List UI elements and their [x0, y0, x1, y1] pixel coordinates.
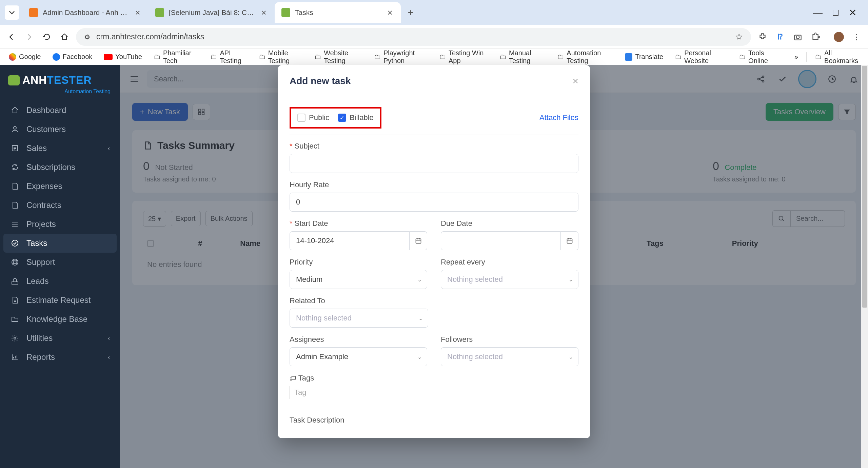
related-label: Related To — [290, 296, 578, 305]
bookmark-playwright[interactable]: 🗀Playwright Python — [371, 47, 431, 67]
bookmark-translate[interactable]: Translate — [622, 51, 667, 63]
due-date-label: Due Date — [441, 219, 578, 228]
camera-icon[interactable] — [792, 31, 804, 43]
start-date-calendar-button[interactable] — [410, 231, 427, 250]
followers-label: Followers — [441, 335, 578, 344]
sidebar-item-label: Contracts — [26, 200, 61, 210]
chevron-down-icon: ⌄ — [418, 315, 423, 321]
sidebar-item-contracts[interactable]: Contracts — [0, 196, 120, 215]
bars-icon — [10, 219, 20, 229]
folder-icon: 🗀 — [739, 53, 746, 61]
sidebar-item-knowledge-base[interactable]: Knowledge Base — [0, 310, 120, 329]
chevron-left-icon: ‹ — [108, 354, 110, 361]
add-task-modal: Add new task × Public ✓Billable Attach F… — [278, 65, 590, 438]
close-tab-icon[interactable]: × — [260, 8, 268, 17]
all-bookmarks[interactable]: 🗀All Bookmarks — [811, 47, 863, 67]
sidebar-item-subscriptions[interactable]: Subscriptions — [0, 158, 120, 177]
extensions-icon[interactable] — [756, 31, 769, 43]
home-button[interactable] — [58, 31, 71, 43]
billable-checkbox[interactable]: ✓Billable — [338, 113, 374, 122]
sidebar-item-label: Dashboard — [26, 105, 66, 115]
bookmark-youtube[interactable]: YouTube — [100, 51, 145, 63]
sidebar-item-dashboard[interactable]: Dashboard — [0, 101, 120, 120]
bookmark-api[interactable]: 🗀API Testing — [207, 47, 250, 67]
close-tab-icon[interactable]: × — [134, 8, 142, 17]
sidebar-item-sales[interactable]: Sales‹ — [0, 139, 120, 158]
bookmark-personal[interactable]: 🗀Personal Website — [671, 47, 731, 67]
sidebar-item-estimate-request[interactable]: Estimate Request — [0, 291, 120, 310]
browser-tab-0[interactable]: Admin Dashboard - Anh Tester × — [22, 2, 149, 23]
chevron-left-icon: ‹ — [108, 335, 110, 342]
sidebar-item-support[interactable]: Support — [0, 253, 120, 272]
sidebar-item-expenses[interactable]: Expenses — [0, 177, 120, 196]
bookmark-facebook[interactable]: Facebook — [49, 51, 96, 63]
back-button[interactable] — [5, 31, 18, 43]
svg-rect-20 — [567, 239, 572, 243]
reload-button[interactable] — [41, 31, 53, 43]
browser-tab-2[interactable]: Tasks × — [275, 2, 401, 23]
subject-input[interactable] — [290, 154, 578, 173]
tags-input[interactable]: Tag — [290, 386, 310, 399]
tab-title: [Selenium Java] Bài 8: Cách xử lý Drop — [169, 8, 255, 17]
tab-list-dropdown[interactable] — [5, 5, 19, 20]
svg-point-8 — [14, 337, 16, 339]
star-icon[interactable]: ☆ — [735, 32, 743, 42]
bookmark-manual[interactable]: 🗀Manual Testing — [496, 47, 549, 67]
bookmark-winapp[interactable]: 🗀Testing Win App — [436, 47, 491, 67]
favicon — [29, 8, 38, 17]
close-icon[interactable]: × — [572, 75, 578, 87]
bookmark-google[interactable]: Google — [5, 51, 44, 63]
bookmarks-overflow[interactable]: » — [791, 51, 802, 63]
hourly-rate-input[interactable] — [290, 193, 578, 212]
due-date-calendar-button[interactable] — [561, 231, 578, 250]
folder-icon: 🗀 — [314, 53, 321, 61]
app-sidebar: ANHTESTER Automation Testing DashboardCu… — [0, 65, 120, 468]
due-date-input[interactable] — [441, 231, 561, 250]
close-tab-icon[interactable]: × — [386, 8, 394, 17]
repeat-label: Repeat every — [441, 258, 578, 267]
chevron-down-icon: ⌄ — [569, 276, 573, 283]
browser-tab-1[interactable]: [Selenium Java] Bài 8: Cách xử lý Drop × — [149, 2, 275, 23]
maximize-icon[interactable]: □ — [833, 7, 839, 18]
sidebar-item-projects[interactable]: Projects — [0, 215, 120, 234]
sidebar-item-leads[interactable]: Leads — [0, 272, 120, 291]
bookmark-phamiliar[interactable]: 🗀Phamiliar Tech — [150, 47, 202, 67]
close-window-icon[interactable]: ✕ — [849, 7, 856, 18]
kebab-menu-icon[interactable]: ⋮ — [850, 31, 863, 43]
page-scrollbar[interactable] — [861, 65, 868, 468]
puzzle-icon[interactable] — [809, 31, 822, 43]
profile-avatar[interactable] — [833, 31, 845, 43]
translate-icon[interactable]: ⁉ — [774, 31, 786, 43]
attach-files-link[interactable]: Attach Files — [539, 113, 578, 122]
sidebar-item-utilities[interactable]: Utilities‹ — [0, 329, 120, 348]
home-icon — [10, 105, 20, 115]
start-date-label: *Start Date — [290, 219, 427, 228]
bookmark-automation[interactable]: 🗀Automation Testing — [554, 47, 617, 67]
site-settings-icon[interactable]: ⚙ — [84, 33, 90, 41]
related-select[interactable]: Nothing selected — [290, 309, 428, 328]
window-controls: — □ ✕ — [813, 7, 863, 18]
forward-button[interactable] — [23, 31, 35, 43]
sidebar-item-reports[interactable]: Reports‹ — [0, 348, 120, 367]
sidebar-item-tasks[interactable]: Tasks — [3, 234, 117, 253]
life-ring-icon — [10, 257, 20, 267]
gear-icon — [10, 333, 20, 343]
address-bar[interactable]: ⚙ crm.anhtester.com/admin/tasks ☆ — [76, 28, 751, 46]
minimize-icon[interactable]: — — [813, 7, 823, 18]
priority-select[interactable]: Medium — [290, 270, 427, 289]
app-logo[interactable]: ANHTESTER — [0, 70, 120, 89]
followers-select[interactable]: Nothing selected — [441, 347, 578, 366]
bookmark-mobile[interactable]: 🗀Mobile Testing — [255, 47, 307, 67]
folder-icon: 🗀 — [439, 53, 446, 61]
start-date-input[interactable] — [290, 231, 410, 250]
public-checkbox[interactable]: Public — [297, 113, 329, 122]
bookmark-website[interactable]: 🗀Website Testing — [311, 47, 366, 67]
priority-label: Priority — [290, 258, 427, 267]
new-tab-button[interactable]: + — [404, 6, 417, 19]
repeat-select[interactable]: Nothing selected — [441, 270, 578, 289]
sidebar-item-customers[interactable]: Customers — [0, 120, 120, 139]
assignees-select[interactable]: Admin Example — [290, 347, 427, 366]
users-icon — [10, 276, 20, 286]
bookmark-tools[interactable]: 🗀Tools Online — [735, 47, 782, 67]
browser-toolbar: ⚙ crm.anhtester.com/admin/tasks ☆ ⁉ ⋮ — [0, 25, 868, 49]
